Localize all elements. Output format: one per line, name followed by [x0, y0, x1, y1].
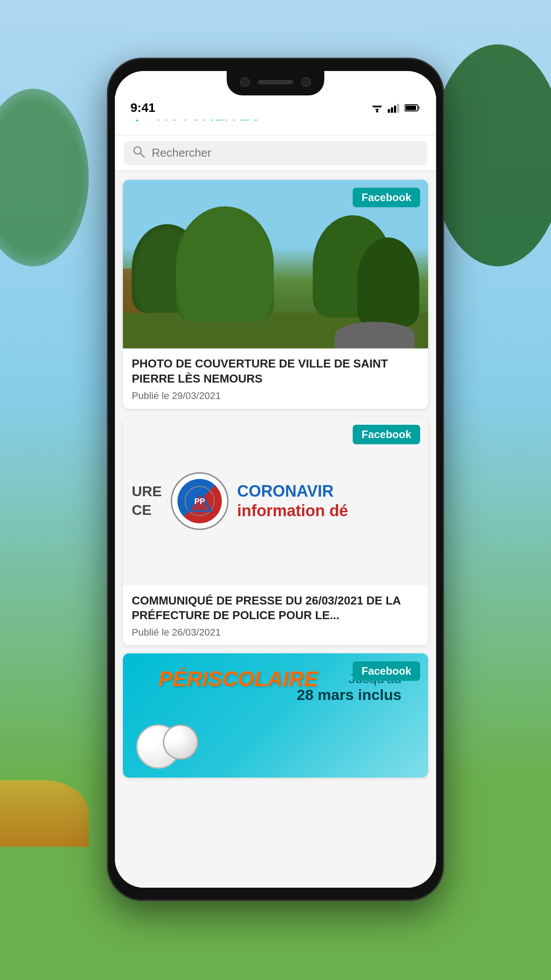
phone-notch [227, 71, 324, 95]
card2-left-text: URECE [132, 482, 162, 519]
facebook-badge-3: Facebook [353, 661, 420, 681]
card-2-text-area: COMMUNIQUÉ DE PRESSE DU 26/03/2021 DE LA… [123, 585, 428, 646]
svg-rect-7 [397, 104, 399, 113]
search-container [115, 135, 436, 171]
camera-right [301, 77, 311, 87]
status-time: 9:41 [130, 101, 155, 115]
svg-rect-6 [394, 106, 396, 113]
card3-title: PÉRISCOLAIRE [158, 667, 318, 691]
svg-rect-4 [388, 109, 390, 113]
card2-logo-inner: PP [177, 479, 222, 523]
card-1-text-area: PHOTO DE COUVERTURE DE VILLE DE SAINT PI… [123, 348, 428, 409]
search-box [124, 141, 427, 165]
news-feed: Facebook PHOTO DE COUVERTURE DE VILLE DE… [115, 171, 436, 888]
bottom-spacer [123, 786, 428, 799]
phone-frame: 9:41 [107, 58, 444, 901]
news-card-3[interactable]: PÉRISCOLAIRE Jusqu'au 28 mars inclus Fac… [123, 653, 428, 778]
news-card-1[interactable]: Facebook PHOTO DE COUVERTURE DE VILLE DE… [123, 180, 428, 409]
svg-text:PP: PP [194, 497, 205, 506]
speaker [258, 80, 293, 84]
facebook-badge-2: Facebook [353, 425, 420, 444]
card-1-title: PHOTO DE COUVERTURE DE VILLE DE SAINT PI… [132, 356, 419, 387]
search-icon [133, 146, 145, 161]
card-1-image: Facebook [123, 180, 428, 348]
bg-flowers [0, 780, 89, 847]
card1-rocks [335, 322, 415, 348]
card-2-image: URECE PP [123, 417, 428, 585]
svg-line-12 [140, 153, 144, 157]
status-icons [370, 103, 421, 113]
svg-rect-9 [418, 106, 420, 110]
camera-left [240, 77, 250, 87]
app-content: ACTUALITÉS [115, 95, 436, 888]
card1-tree4 [357, 237, 419, 326]
card-1-date: Publié le 29/03/2021 [132, 390, 419, 402]
svg-rect-5 [391, 107, 393, 113]
card3-date-text2: 28 mars inclus [297, 686, 401, 703]
wifi-icon [370, 103, 384, 113]
signal-icon [388, 103, 401, 113]
card-2-title: COMMUNIQUÉ DE PRESSE DU 26/03/2021 DE LA… [132, 593, 419, 624]
card2-right-text: CORONAVIRinformation dé [237, 482, 419, 520]
card2-right-content: CORONAVIRinformation dé [237, 482, 419, 520]
battery-icon [405, 104, 421, 112]
phone-screen: 9:41 [115, 71, 436, 888]
status-bar: 9:41 [115, 95, 436, 120]
svg-rect-10 [405, 106, 416, 110]
news-card-2[interactable]: URECE PP [123, 417, 428, 646]
card2-logo: PP [171, 472, 228, 530]
card-2-date: Publié le 26/03/2021 [132, 627, 419, 638]
card1-tree2 [176, 206, 274, 322]
card-3-image: PÉRISCOLAIRE Jusqu'au 28 mars inclus Fac… [123, 653, 428, 778]
svg-point-3 [376, 110, 378, 112]
search-input[interactable] [152, 146, 418, 160]
card3-ball2 [163, 724, 198, 760]
facebook-badge-1: Facebook [353, 188, 420, 207]
